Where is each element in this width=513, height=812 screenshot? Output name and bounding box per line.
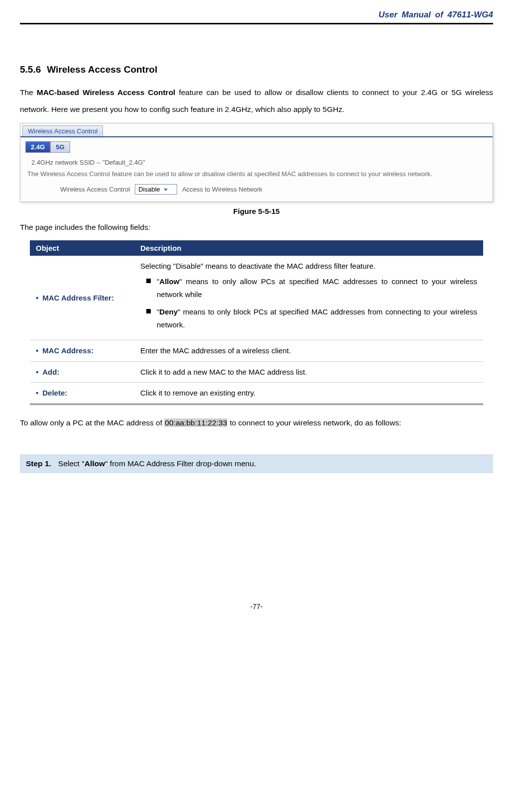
example-paragraph: To allow only a PC at the MAC address of… <box>20 416 493 430</box>
section-title: Wireless Access Control <box>47 64 157 75</box>
tab-2-4g[interactable]: 2.4G <box>25 141 50 153</box>
desc-cell: Click it to add a new MAC to the MAC add… <box>134 361 483 383</box>
access-control-label: Wireless Access Control <box>60 186 130 193</box>
table-row: MAC Address Filter: Selecting "Disable" … <box>30 256 483 340</box>
col-object: Object <box>30 240 134 256</box>
list-item: "Deny" means to only block PCs at specif… <box>146 305 477 331</box>
config-screenshot: Wireless Access Control 2.4G5G 2.4GHz ne… <box>20 123 493 202</box>
ssid-line: 2.4GHz network SSID -- "Default_2.4G" <box>31 159 488 166</box>
header-title: User Manual of 47611-WG4 <box>20 10 493 23</box>
section-heading: 5.5.6Wireless Access Control <box>20 64 493 75</box>
square-bullet-icon <box>146 279 151 283</box>
table-lead-in: The page includes the following fields: <box>20 220 493 234</box>
chevron-down-icon <box>164 189 168 191</box>
tab-5g[interactable]: 5G <box>50 141 70 153</box>
access-control-row: Wireless Access Control Disable Access t… <box>60 184 488 195</box>
intro-paragraph: The MAC-based Wireless Access Control fe… <box>20 84 493 118</box>
header-rule <box>20 23 493 24</box>
list-item: "Allow" means to only allow PCs at speci… <box>146 275 477 301</box>
screenshot-description: The Wireless Access Control feature can … <box>27 169 486 179</box>
square-bullet-icon <box>146 309 151 313</box>
table-row: MAC Address: Enter the MAC addresses of … <box>30 340 483 362</box>
section-number: 5.5.6 <box>20 64 41 75</box>
band-tabs: 2.4G5G <box>25 141 488 153</box>
access-control-select[interactable]: Disable <box>135 184 177 195</box>
feature-name: MAC-based Wireless Access Control <box>37 88 176 97</box>
step-1-box: Step 1. Select "Allow" from MAC Address … <box>20 454 493 473</box>
fields-table: Object Description MAC Address Filter: S… <box>30 240 483 405</box>
desc-cell: Click it to remove an existing entry. <box>134 383 483 405</box>
object-label: Add: <box>36 368 59 376</box>
page-number: -77- <box>20 603 493 610</box>
step-text: Select "Allow" from MAC Address Filter d… <box>58 459 256 468</box>
desc-cell: Enter the MAC addresses of a wireless cl… <box>134 340 483 362</box>
window-tab[interactable]: Wireless Access Control <box>22 125 103 136</box>
object-label: Delete: <box>36 389 67 397</box>
access-control-suffix: Access to Wireless Network <box>182 186 262 193</box>
desc-intro: Selecting "Disable" means to deactivate … <box>140 260 477 273</box>
table-row: Delete: Click it to remove an existing e… <box>30 383 483 405</box>
step-label: Step 1. <box>26 459 51 468</box>
mac-address-example: 00:aa:bb:11:22:33 <box>164 418 227 427</box>
figure-caption: Figure 5-5-15 <box>20 207 493 215</box>
object-label: MAC Address: <box>36 346 94 355</box>
object-label: MAC Address Filter: <box>36 294 114 302</box>
table-row: Add: Click it to add a new MAC to the MA… <box>30 361 483 383</box>
col-description: Description <box>134 240 483 256</box>
